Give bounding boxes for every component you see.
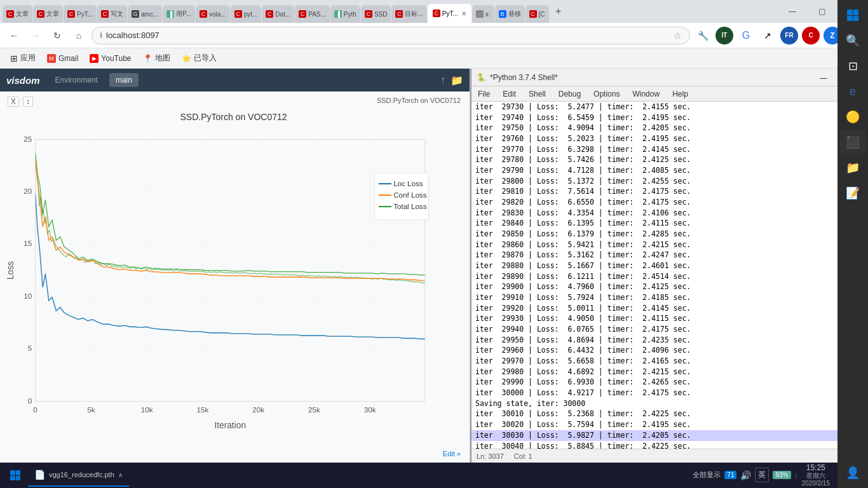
time-display: 15:25 xyxy=(802,463,831,472)
svg-text:20: 20 xyxy=(24,187,32,195)
sidebar-chrome-icon[interactable]: 🟡 xyxy=(840,104,865,130)
tab-7[interactable]: C vola... xyxy=(196,5,230,23)
tab-1[interactable]: C 文章 xyxy=(3,5,32,23)
sidebar-file-icon[interactable]: 📁 xyxy=(840,155,865,180)
extension-icon-3[interactable]: G xyxy=(737,27,755,44)
shell-line-1: iter 29730 | Loss: 5.2477 | timer: 2.415… xyxy=(471,102,868,112)
shell-line-30: iter 30020 | Loss: 5.7594 | timer: 2.419… xyxy=(471,419,868,430)
minimize-btn[interactable]: — xyxy=(778,1,807,22)
svg-text:15k: 15k xyxy=(196,405,208,414)
sidebar-person-icon[interactable]: 👤 xyxy=(840,460,865,485)
address-bar[interactable]: ℹ localhost:8097 ☆ xyxy=(92,27,690,44)
tab-17[interactable]: C [C xyxy=(526,5,549,23)
tab-9[interactable]: C Dat... xyxy=(262,5,294,23)
tab-11[interactable]: ▐ Pyth xyxy=(330,5,360,23)
shell-line-22: iter 29940 | Loss: 6.0765 | timer: 2.417… xyxy=(471,324,868,335)
sidebar-edge-icon[interactable]: e xyxy=(840,79,865,104)
menu-window[interactable]: Window xyxy=(626,86,666,101)
shell-line-8: iter 29800 | Loss: 5.1372 | timer: 2.425… xyxy=(471,176,868,187)
shell-line-20: iter 29920 | Loss: 5.0011 | timer: 2.414… xyxy=(471,303,868,314)
tray-notification[interactable]: 全部显示 xyxy=(693,470,721,480)
menu-options[interactable]: Options xyxy=(587,86,626,101)
apps-bookmark[interactable]: ⊞ 应用 xyxy=(5,51,41,65)
svg-text:5k: 5k xyxy=(87,405,95,414)
menu-help[interactable]: Help xyxy=(666,86,695,101)
extension-icon-2[interactable]: IT xyxy=(715,27,733,44)
svg-text:Total Loss: Total Loss xyxy=(393,202,427,210)
tab-10[interactable]: C PAS... xyxy=(295,5,330,23)
shell-line-23: iter 29950 | Loss: 4.8694 | timer: 2.423… xyxy=(471,335,868,346)
tab-4[interactable]: C 写文 xyxy=(97,5,127,23)
start-btn[interactable] xyxy=(3,463,28,488)
extension-icon-6[interactable]: C xyxy=(802,27,820,44)
tab-13[interactable]: C 目标... xyxy=(391,5,426,23)
forward-btn[interactable]: → xyxy=(27,27,44,44)
taskbar-file-expand[interactable]: ∧ xyxy=(118,471,123,478)
extension-icon-4[interactable]: ↗ xyxy=(759,27,776,44)
tab-16[interactable]: B 巷移 xyxy=(495,5,525,23)
back-btn[interactable]: ← xyxy=(5,27,23,44)
extension-icon-1[interactable]: 🔧 xyxy=(694,27,712,44)
menu-shell[interactable]: Shell xyxy=(522,86,552,101)
zoom-y-btn[interactable]: ↕ xyxy=(23,97,33,107)
imported-bookmark[interactable]: ⭐ 已导入 xyxy=(177,51,222,65)
sidebar-search-icon[interactable]: 🔍 xyxy=(840,28,865,53)
visdom-tab-environment[interactable]: Environment xyxy=(49,73,104,87)
tab-close-btn[interactable]: ✕ xyxy=(461,10,466,17)
taskbar-file-label: vgg16_reducedfc.pth xyxy=(49,471,114,478)
refresh-btn[interactable]: ↻ xyxy=(48,27,66,44)
loc-loss-line xyxy=(36,193,425,339)
home-btn[interactable]: ⌂ xyxy=(70,27,88,44)
tab-12[interactable]: C SSD xyxy=(361,5,391,23)
win-start-icon[interactable] xyxy=(840,3,865,28)
bookmark-star-icon[interactable]: ☆ xyxy=(674,30,682,41)
maps-bookmark[interactable]: 📍 地图 xyxy=(138,51,175,65)
sidebar-vscode-icon[interactable]: 📝 xyxy=(840,180,865,206)
clock[interactable]: 15:25 星期六 2020/2/15 xyxy=(802,463,831,487)
shell-line-13: iter 29850 | Loss: 6.1379 | timer: 2.428… xyxy=(471,229,868,240)
zoom-x-btn[interactable]: X xyxy=(8,97,19,107)
visdom-upload-btn[interactable]: ↑ xyxy=(440,74,445,86)
shell-content[interactable]: iter 29730 | Loss: 5.2477 | timer: 2.415… xyxy=(471,102,868,449)
conf-loss-line xyxy=(36,159,425,280)
tab-3[interactable]: C PyT... xyxy=(64,5,97,23)
svg-text:30k: 30k xyxy=(364,405,376,414)
shell-line-9: iter 29810 | Loss: 7.5614 | timer: 2.417… xyxy=(471,186,868,197)
sidebar-task-icon[interactable]: ⊡ xyxy=(840,53,865,79)
nav-bar: ← → ↻ ⌂ ℹ localhost:8097 ☆ 🔧 IT G ↗ FR C… xyxy=(0,23,868,48)
menu-file[interactable]: File xyxy=(471,86,496,101)
tab-6[interactable]: ▐ 用P... xyxy=(163,5,195,23)
shell-line-24: iter 29960 | Loss: 6.4432 | timer: 2.409… xyxy=(471,345,868,356)
maximize-btn[interactable]: ▢ xyxy=(807,1,836,22)
sidebar-cmd-icon[interactable]: ⬛ xyxy=(840,130,865,155)
visdom-tab-main[interactable]: main xyxy=(109,73,139,87)
new-tab-btn[interactable]: + xyxy=(550,3,567,20)
tab-8[interactable]: C pyt... xyxy=(231,5,262,23)
chart-edit-link[interactable]: Edit » xyxy=(443,450,461,458)
extension-icon-5[interactable]: FR xyxy=(780,27,798,44)
shell-line-7: iter 29790 | Loss: 4.7128 | timer: 2.408… xyxy=(471,165,868,176)
volume-icon[interactable]: 🔊 xyxy=(740,470,751,480)
visdom-folder-btn[interactable]: 📁 xyxy=(451,74,463,86)
keyboard-layout[interactable]: 英 xyxy=(755,468,769,482)
taskbar-file-item[interactable]: 📄 vgg16_reducedfc.pth ∧ xyxy=(28,464,129,487)
shell-line-5: iter 29770 | Loss: 6.3298 | timer: 2.414… xyxy=(471,144,868,155)
shell-minimize-btn[interactable]: — xyxy=(817,71,830,84)
chart-svg: Loss xyxy=(5,126,462,449)
menu-debug[interactable]: Debug xyxy=(552,86,587,101)
browser-tab-bar: C 文章 C 文章 C PyT... C 写文 G amc... ▐ 用P...… xyxy=(0,0,868,23)
chart-top-label: SSD.PyTorch on VOC0712 xyxy=(377,97,461,104)
tab-14-active[interactable]: C PyT... ✕ xyxy=(428,4,471,23)
menu-edit[interactable]: Edit xyxy=(496,86,522,101)
svg-text:0: 0 xyxy=(33,405,37,414)
youtube-bookmark[interactable]: ▶ YouTube xyxy=(85,53,136,64)
svg-text:25: 25 xyxy=(24,135,32,143)
svg-text:Loss: Loss xyxy=(6,261,15,280)
tab-5[interactable]: G amc... xyxy=(128,5,162,23)
total-loss-noisy xyxy=(36,154,425,283)
tab-15[interactable]: · x· xyxy=(472,5,494,23)
shell-line-14: iter 29860 | Loss: 5.9421 | timer: 2.421… xyxy=(471,240,868,250)
tab-2[interactable]: C 文章 xyxy=(33,5,63,23)
gmail-bookmark[interactable]: M Gmail xyxy=(42,53,83,64)
shell-line-31: iter 30030 | Loss: 5.9827 | timer: 2.420… xyxy=(471,430,868,441)
